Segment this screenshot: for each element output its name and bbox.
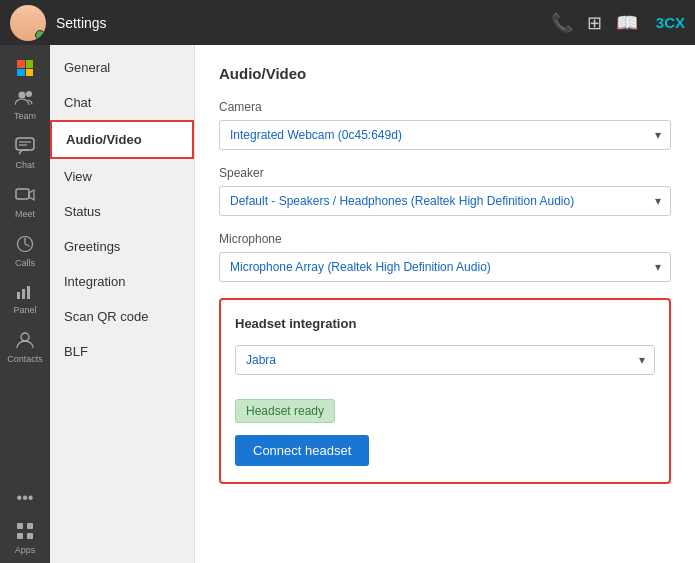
sidebar-item-more[interactable]: •••	[0, 482, 50, 514]
microphone-select-wrapper: Microphone Array (Realtek High Definitio…	[219, 252, 671, 282]
speaker-select-wrapper: Default - Speakers / Headphones (Realtek…	[219, 186, 671, 216]
book-icon[interactable]: 📖	[616, 12, 638, 34]
nav-item-integration[interactable]: Integration	[50, 264, 194, 299]
sidebar-label-team: Team	[14, 111, 36, 121]
nav-item-audio-video[interactable]: Audio/Video	[50, 120, 194, 159]
calls-icon	[16, 235, 34, 256]
sidebar-item-apps[interactable]: Apps	[0, 514, 50, 563]
sidebar-item-contacts[interactable]: Contacts	[0, 323, 50, 372]
panel-icon	[16, 284, 34, 303]
meet-icon	[15, 186, 35, 207]
main-layout: Team Chat Meet	[0, 45, 695, 563]
svg-rect-9	[27, 286, 30, 299]
sidebar: Team Chat Meet	[0, 45, 50, 563]
windows-icon	[17, 60, 33, 76]
sidebar-item-meet[interactable]: Meet	[0, 178, 50, 227]
content-area: Audio/Video Camera Integrated Webcam (0c…	[195, 45, 695, 563]
svg-rect-2	[16, 138, 34, 150]
svg-rect-15	[27, 533, 33, 539]
sidebar-label-apps: Apps	[15, 545, 36, 555]
nav-item-status[interactable]: Status	[50, 194, 194, 229]
microphone-select[interactable]: Microphone Array (Realtek High Definitio…	[219, 252, 671, 282]
contacts-icon	[15, 331, 35, 352]
sidebar-item-windows[interactable]	[0, 50, 50, 82]
speaker-select[interactable]: Default - Speakers / Headphones (Realtek…	[219, 186, 671, 216]
speaker-label: Speaker	[219, 166, 671, 180]
nav-panel: General Chat Audio/Video View Status Gre…	[50, 45, 195, 563]
nav-item-chat[interactable]: Chat	[50, 85, 194, 120]
nav-item-scan-qr[interactable]: Scan QR code	[50, 299, 194, 334]
sidebar-item-team[interactable]: Team	[0, 82, 50, 129]
nav-item-greetings[interactable]: Greetings	[50, 229, 194, 264]
headset-brand-select-wrapper: Jabra ▾	[235, 345, 655, 375]
svg-point-0	[19, 92, 26, 99]
svg-rect-8	[22, 289, 25, 299]
svg-rect-5	[16, 189, 29, 199]
svg-point-11	[21, 333, 29, 341]
avatar	[10, 5, 46, 41]
camera-label: Camera	[219, 100, 671, 114]
svg-rect-14	[17, 533, 23, 539]
camera-select-wrapper: Integrated Webcam (0c45:649d) ▾	[219, 120, 671, 150]
chat-icon	[15, 137, 35, 158]
nav-item-view[interactable]: View	[50, 159, 194, 194]
svg-rect-10	[32, 284, 33, 299]
topbar-icons: 📞 ⊞ 📖 3CX	[551, 12, 685, 34]
more-icon: •••	[17, 490, 34, 506]
phone-icon[interactable]: 📞	[551, 12, 573, 34]
svg-point-1	[26, 91, 32, 97]
apps-icon	[16, 522, 34, 543]
sidebar-label-contacts: Contacts	[7, 354, 43, 364]
sidebar-item-chat[interactable]: Chat	[0, 129, 50, 178]
sidebar-label-meet: Meet	[15, 209, 35, 219]
avatar-status	[35, 30, 45, 40]
topbar: Settings 📞 ⊞ 📖 3CX	[0, 0, 695, 45]
nav-item-blf[interactable]: BLF	[50, 334, 194, 369]
page-title: Audio/Video	[219, 65, 671, 82]
svg-rect-12	[17, 523, 23, 529]
headset-integration-title: Headset integration	[235, 316, 655, 331]
headset-integration-box: Headset integration Jabra ▾ Headset read…	[219, 298, 671, 484]
camera-select[interactable]: Integrated Webcam (0c45:649d)	[219, 120, 671, 150]
topbar-title: Settings	[56, 15, 551, 31]
sidebar-label-chat: Chat	[15, 160, 34, 170]
sidebar-item-panel[interactable]: Panel	[0, 276, 50, 323]
sidebar-label-calls: Calls	[15, 258, 35, 268]
connect-headset-button[interactable]: Connect headset	[235, 435, 369, 466]
sidebar-label-panel: Panel	[13, 305, 36, 315]
nav-item-general[interactable]: General	[50, 50, 194, 85]
brand-label: 3CX	[656, 14, 685, 31]
grid-icon[interactable]: ⊞	[587, 12, 602, 34]
headset-status-badge: Headset ready	[235, 399, 335, 423]
microphone-label: Microphone	[219, 232, 671, 246]
svg-rect-13	[27, 523, 33, 529]
svg-rect-7	[17, 292, 20, 299]
headset-brand-select[interactable]: Jabra	[235, 345, 655, 375]
sidebar-item-calls[interactable]: Calls	[0, 227, 50, 276]
team-icon	[15, 90, 35, 109]
